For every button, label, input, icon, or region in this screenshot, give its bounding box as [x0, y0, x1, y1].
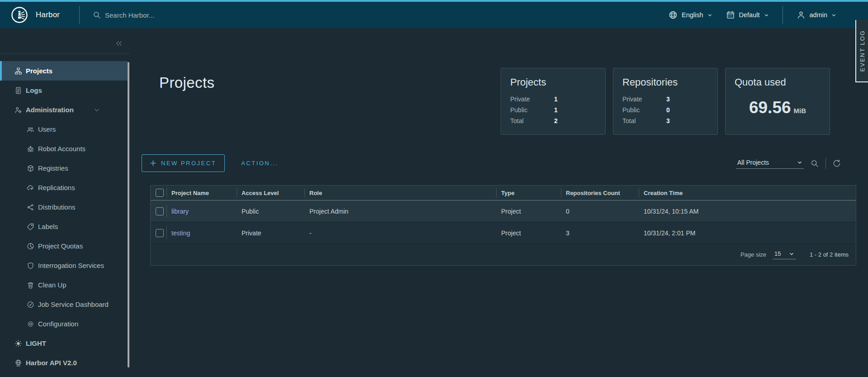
new-project-button[interactable]: NEW PROJECT	[142, 154, 225, 172]
project-name-cell: testing	[166, 222, 237, 243]
main-content: Projects Projects Private 1 Public 1 Tot…	[130, 28, 868, 377]
column-header-access-level[interactable]: Access Level	[237, 186, 304, 200]
card-title: Repositories	[622, 76, 708, 88]
stat-line: Private 3	[622, 94, 708, 105]
header-divider	[79, 6, 80, 24]
sidebar-collapse-button[interactable]	[115, 40, 123, 47]
filter-area: All Projects	[736, 158, 841, 169]
pie-chart-icon	[27, 242, 34, 250]
repositories-stat-card: Repositories Private 3 Public 0 Total 3	[613, 68, 718, 135]
chevron-down-icon	[764, 13, 769, 18]
pagination-range: 1 - 2 of 2 items	[810, 251, 849, 258]
table-search-icon[interactable]	[810, 159, 819, 168]
stat-label: Total	[510, 115, 554, 126]
chevron-down-icon	[797, 160, 802, 165]
sidebar-item-interrogation-services[interactable]: Interrogation Services	[0, 256, 128, 275]
globe-icon	[669, 10, 678, 19]
stat-label: Public	[622, 105, 666, 115]
robot-icon	[27, 145, 34, 153]
harbor-app: Harbor English Default	[0, 0, 868, 377]
sidebar-item-projects[interactable]: Projects	[0, 61, 128, 81]
user-icon	[797, 10, 806, 19]
theme-menu[interactable]: Default	[726, 10, 769, 19]
user-label: admin	[810, 11, 828, 19]
calendar-grid-icon	[726, 10, 735, 19]
project-name-cell: library	[166, 200, 237, 222]
shield-icon	[27, 262, 34, 269]
card-title: Projects	[510, 76, 596, 88]
refresh-icon[interactable]	[832, 159, 841, 168]
cloud-sync-icon	[27, 184, 34, 191]
row-checkbox[interactable]	[156, 207, 164, 215]
project-link[interactable]: library	[171, 208, 189, 215]
repositories-count-cell: 0	[561, 200, 639, 222]
plus-icon	[150, 160, 156, 166]
brand[interactable]: Harbor	[0, 6, 79, 24]
select-all-checkbox[interactable]	[156, 189, 164, 197]
global-search	[92, 10, 251, 19]
sidebar-item-robot-accounts[interactable]: Robot Accounts	[0, 139, 128, 158]
sidebar-item-labels[interactable]: Labels	[0, 217, 128, 236]
sidebar-item-label: Interrogation Services	[38, 262, 104, 269]
column-header-project-name[interactable]: Project Name	[166, 186, 237, 200]
sidebar-item-registries[interactable]: Registries	[0, 158, 128, 178]
stat-line: Total 3	[622, 115, 708, 126]
sidebar-item-clean-up[interactable]: Clean Up	[0, 275, 128, 295]
sidebar-item-label: Administration	[26, 106, 74, 114]
sidebar-item-job-service-dashboard[interactable]: Job Service Dashboard	[0, 295, 128, 314]
toolbar-divider	[825, 158, 826, 169]
access-level-cell: Private	[237, 222, 304, 243]
chevron-down-icon	[831, 13, 836, 18]
sidebar-item-replications[interactable]: Replications	[0, 178, 128, 197]
gauge-icon	[27, 301, 34, 308]
chevron-down-icon	[789, 251, 794, 257]
project-filter-select[interactable]: All Projects	[736, 158, 804, 169]
sidebar-item-project-quotas[interactable]: Project Quotas	[0, 236, 128, 256]
search-input[interactable]	[104, 11, 251, 19]
users-icon	[27, 125, 34, 133]
quota-number: 69.56	[749, 98, 791, 117]
sidebar-scrollbar[interactable]	[128, 62, 129, 367]
sidebar-item-harbor-api[interactable]: Harbor API V2.0	[0, 353, 128, 372]
stat-line: Public 0	[622, 105, 708, 115]
type-cell: Project	[496, 200, 561, 222]
projects-table: Project Name Access Level Role Type Repo…	[150, 185, 856, 266]
stat-value: 3	[666, 94, 670, 105]
sidebar: Projects Logs Administration	[0, 28, 130, 377]
sidebar-item-configuration[interactable]: Configuration	[0, 314, 128, 334]
column-header-type[interactable]: Type	[496, 186, 561, 200]
page-size-select[interactable]: 15	[773, 250, 796, 259]
user-menu[interactable]: admin	[797, 10, 837, 19]
table-row: library Public Project Admin Project 0 1…	[151, 200, 856, 222]
sidebar-item-users[interactable]: Users	[0, 119, 128, 139]
project-link[interactable]: testing	[171, 229, 190, 237]
column-header-creation-time[interactable]: Creation Time	[639, 186, 856, 200]
quota-unit: MiB	[794, 107, 806, 115]
projects-stat-card: Projects Private 1 Public 1 Total 2	[501, 68, 606, 135]
stat-line: Total 2	[510, 115, 596, 126]
action-menu-button[interactable]: ACTION...	[238, 159, 281, 167]
sidebar-item-theme-toggle[interactable]: LIGHT	[0, 334, 128, 353]
sidebar-item-logs[interactable]: Logs	[0, 81, 128, 100]
row-checkbox[interactable]	[156, 229, 164, 237]
access-level-cell: Public	[237, 200, 304, 222]
trash-icon	[27, 281, 34, 289]
language-menu[interactable]: English	[669, 10, 712, 19]
column-header-repositories-count[interactable]: Repositories Count	[561, 186, 639, 200]
stat-label: Private	[510, 94, 554, 105]
projects-toolbar: NEW PROJECT ACTION... All Projects	[142, 154, 856, 172]
project-filter-value: All Projects	[737, 159, 769, 166]
user-gear-icon	[14, 106, 22, 114]
sidebar-divider	[0, 53, 130, 54]
repositories-count-cell: 3	[561, 222, 639, 243]
table-footer: Page size 15 1 - 2 of 2 items	[151, 244, 856, 265]
stat-line: Public 1	[510, 105, 596, 115]
column-header-role[interactable]: Role	[304, 186, 496, 200]
header-divider	[783, 6, 783, 24]
table-row: testing Private - Project 3 10/31/24, 2:…	[151, 222, 856, 244]
stat-label: Total	[622, 115, 666, 126]
sidebar-item-distributions[interactable]: Distributions	[0, 197, 128, 217]
sidebar-item-administration[interactable]: Administration	[0, 100, 128, 119]
event-log-tab[interactable]: EVENT LOG	[855, 20, 868, 82]
stat-line: Private 1	[510, 94, 596, 105]
